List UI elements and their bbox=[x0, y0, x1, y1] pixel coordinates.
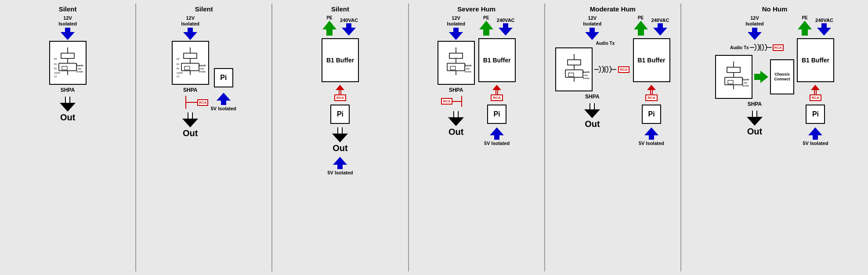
divider-3 bbox=[408, 4, 409, 271]
circuit-svg-2: Earth Loop Breaker D2 D1 R1 1G/5V C2 bbox=[175, 47, 206, 80]
svg-text:Loop: Loop bbox=[742, 81, 747, 84]
shpa-label-2: SHPA bbox=[183, 87, 197, 93]
b1-label-4: B1 Buffer bbox=[483, 57, 511, 64]
out-label-3: Out bbox=[333, 143, 347, 153]
out-label-4: Out bbox=[448, 127, 463, 137]
circuit-svg-4: Earth Loop Breaker bbox=[441, 47, 471, 80]
svg-rect-69 bbox=[727, 67, 740, 72]
out-arrow-5 bbox=[584, 103, 600, 118]
240vac-label-3: 240VAC bbox=[340, 18, 358, 23]
240vac-label-6: 240VAC bbox=[815, 18, 833, 23]
shpa-label-1: SHPA bbox=[61, 87, 75, 93]
scenario-1: Silent 12V Isolated bbox=[2, 4, 134, 271]
svg-text:100n: 100n bbox=[54, 79, 58, 80]
b1-label-5: B1 Buffer bbox=[638, 57, 665, 64]
pi-box-4: Pi bbox=[487, 105, 506, 124]
5v-isolated-label-6: 5V Isolated bbox=[803, 141, 828, 146]
divider-4 bbox=[544, 4, 545, 271]
svg-rect-74 bbox=[728, 80, 733, 84]
scenario-1-title: Silent bbox=[59, 5, 77, 13]
5v-up-arrow-2 bbox=[217, 93, 231, 105]
svg-rect-25 bbox=[184, 66, 190, 70]
scenario-5-shpa-col: 12V Isolated Audio Tx bbox=[555, 15, 629, 129]
rca-up-4: RCA bbox=[491, 85, 503, 101]
5v-up-arrow-5 bbox=[644, 127, 658, 140]
green-up-arrow-3 bbox=[322, 21, 336, 36]
scenario-2-title: Silent bbox=[195, 5, 213, 13]
divider-2 bbox=[271, 4, 272, 271]
svg-text:R1: R1 bbox=[54, 67, 57, 70]
scenario-2: Silent 12V Isolated bbox=[138, 4, 270, 271]
12v-isolated-label-2: 12V Isolated bbox=[181, 15, 199, 27]
out-arrow-4 bbox=[448, 111, 464, 126]
svg-rect-54 bbox=[568, 73, 574, 76]
blue-down-arrow-6b bbox=[817, 23, 831, 36]
svg-rect-20 bbox=[184, 53, 197, 58]
svg-text:Breaker: Breaker bbox=[76, 70, 83, 73]
svg-text:R1: R1 bbox=[177, 67, 180, 70]
svg-rect-49 bbox=[568, 60, 581, 65]
pe-label-4: PE bbox=[483, 15, 489, 21]
svg-text:Breaker: Breaker bbox=[465, 70, 471, 73]
svg-text:Earth: Earth bbox=[76, 64, 83, 67]
scenario-2-col1: 12V Isolated bbox=[172, 15, 209, 138]
svg-rect-37 bbox=[449, 53, 463, 58]
pi-box-2: Pi bbox=[214, 68, 233, 87]
out-arrow-3 bbox=[332, 127, 348, 142]
shpa-label-4: SHPA bbox=[449, 87, 463, 93]
blue-down-arrow-2 bbox=[183, 28, 197, 40]
transformer-6 bbox=[750, 41, 772, 54]
5v-up-arrow-3 bbox=[333, 157, 347, 169]
blue-down-arrow-6 bbox=[748, 28, 762, 40]
shpa-box-4: Earth Loop Breaker bbox=[438, 41, 475, 85]
out-arrow-6 bbox=[747, 111, 763, 126]
b1-box-3: B1 Buffer bbox=[322, 38, 359, 82]
shpa-box-2: Earth Loop Breaker D2 D1 R1 1G/5V C2 bbox=[172, 41, 209, 85]
out-label-5: Out bbox=[585, 119, 600, 129]
divider-1 bbox=[135, 4, 136, 271]
5v-isolated-label-3: 5V Isolated bbox=[327, 170, 353, 176]
pe-label-3: PE bbox=[326, 15, 332, 21]
svg-text:Breaker: Breaker bbox=[199, 70, 206, 73]
shpa-box-6: Earth Loop Breaker bbox=[715, 55, 752, 99]
blue-down-arrow-1 bbox=[61, 28, 75, 40]
out-label-2: Out bbox=[183, 128, 198, 138]
chassis-connect-box-6: Chassis Connect bbox=[770, 59, 794, 94]
12v-isolated-label-4: 12V Isolated bbox=[447, 15, 465, 27]
5v-up-arrow-4 bbox=[490, 127, 504, 140]
scenario-3-b1-col: PE 240VAC B1 Bu bbox=[322, 15, 359, 176]
audio-tx-label-5: Audio Tx bbox=[596, 41, 615, 46]
svg-text:C2: C2 bbox=[54, 75, 57, 78]
svg-text:Loop: Loop bbox=[199, 67, 204, 70]
shpa-box-1: Earth Loop Breaker D2 D1 R1 1G/5V C2 100… bbox=[49, 41, 87, 85]
rca-badge-4b: RCA bbox=[491, 94, 503, 101]
rca-badge-6: RCA bbox=[773, 44, 784, 51]
5v-isolated-label-4: 5V Isolated bbox=[484, 141, 510, 146]
5v-up-arrow-6 bbox=[808, 127, 822, 140]
rca-up-3: RCA bbox=[334, 85, 346, 101]
shpa-box-5: Earth Loop Breaker bbox=[555, 47, 593, 91]
rca-badge-6b: RCA bbox=[810, 94, 821, 101]
scenario-6-b1-col: PE 240VAC B1 Bu bbox=[797, 15, 834, 146]
green-up-arrow-6 bbox=[798, 21, 812, 36]
scenario-2-pi-col: Pi 5V Isolated bbox=[211, 68, 236, 112]
rca-line-h-2 bbox=[186, 102, 197, 103]
svg-text:Loop: Loop bbox=[76, 67, 81, 70]
svg-text:1G/5V: 1G/5V bbox=[54, 72, 61, 74]
out-label-6: Out bbox=[747, 127, 762, 137]
svg-text:Earth: Earth bbox=[583, 71, 590, 73]
240vac-label-5: 240VAC bbox=[651, 18, 669, 23]
b1-box-6: B1 Buffer bbox=[797, 38, 834, 82]
svg-rect-42 bbox=[450, 66, 456, 70]
blue-down-arrow-5 bbox=[585, 28, 599, 40]
scenario-4-title: Severe Hum bbox=[457, 5, 495, 13]
12v-isolated-label-1: 12V Isolated bbox=[58, 15, 77, 27]
scenario-6-title: No Hum bbox=[762, 5, 788, 13]
green-right-arrow-6 bbox=[754, 71, 768, 83]
scenario-1-col1: 12V Isolated bbox=[49, 15, 87, 123]
svg-text:Earth: Earth bbox=[199, 64, 206, 67]
svg-text:Breaker: Breaker bbox=[583, 77, 590, 80]
svg-text:Breaker: Breaker bbox=[742, 84, 749, 87]
audio-tx-label-6: Audio Tx bbox=[730, 45, 749, 50]
pi-box-3: Pi bbox=[330, 105, 350, 124]
